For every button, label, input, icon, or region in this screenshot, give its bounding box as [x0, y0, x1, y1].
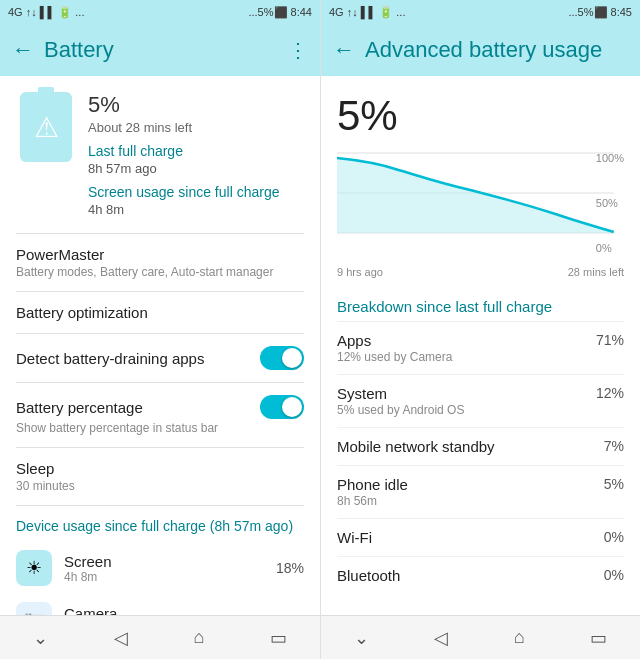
right-nav-bar: ⌄ ◁ ⌂ ▭ — [321, 615, 640, 659]
left-status-bar: 4G ↑↓ ▌▌ 🔋 ... ...5%⬛ 8:44 — [0, 0, 320, 24]
battery-small-icon: 🔋 — [58, 6, 72, 19]
screen-usage-sub: 4h 8m — [64, 570, 264, 584]
right-battery-status: ...5%⬛ 8:45 — [568, 6, 632, 19]
status-bar-right: ...5%⬛ 8:44 — [248, 6, 312, 19]
powermaster-item[interactable]: PowerMaster Battery modes, Battery care,… — [0, 234, 320, 291]
battery-icon: ⚠ — [20, 92, 72, 162]
breakdown-item-text: Phone idle 8h 56m — [337, 476, 408, 508]
last-charge-label: Last full charge — [88, 143, 279, 159]
chart-labels-bottom: 9 hrs ago 28 mins left — [337, 266, 624, 278]
detect-draining-row: Detect battery-draining apps — [16, 346, 304, 370]
device-usage-header: Device usage since full charge (8h 57m a… — [0, 506, 320, 542]
sleep-subtitle: 30 minutes — [16, 479, 304, 493]
chart-label-50: 50% — [596, 197, 624, 209]
right-nav-back-button[interactable]: ◁ — [426, 619, 456, 657]
battery-percentage-toggle[interactable] — [260, 395, 304, 419]
breakdown-item[interactable]: Phone idle 8h 56m 5% — [337, 465, 624, 518]
breakdown-item-label: Bluetooth — [337, 567, 400, 584]
breakdown-item-label: Apps — [337, 332, 452, 349]
detect-draining-toggle[interactable] — [260, 346, 304, 370]
breakdown-item-label: System — [337, 385, 464, 402]
battery-summary: ⚠ 5% About 28 mins left Last full charge… — [0, 76, 320, 233]
breakdown-item-text: Wi-Fi — [337, 529, 372, 546]
breakdown-item-label: Mobile network standby — [337, 438, 495, 455]
battery-percentage-item[interactable]: Battery percentage Show battery percenta… — [0, 383, 320, 447]
breakdown-item-text: Mobile network standby — [337, 438, 495, 455]
right-status-bar-left: 4G ↑↓ ▌▌ 🔋 ... — [329, 6, 405, 19]
left-header: ← Battery ⋮ — [0, 24, 320, 76]
chart-svg — [337, 148, 624, 238]
battery-chart: 100% 50% 0% — [337, 148, 624, 258]
breakdown-item[interactable]: System 5% used by Android OS 12% — [337, 374, 624, 427]
right-back-button[interactable]: ← — [333, 37, 355, 63]
battery-pct-status: ...5%⬛ 8:44 — [248, 6, 312, 19]
battery-exclamation-icon: ⚠ — [34, 111, 59, 144]
breakdown-item-sub: 8h 56m — [337, 494, 408, 508]
battery-optimization-title: Battery optimization — [16, 304, 304, 321]
status-bar-left-icons: 4G ↑↓ ▌▌ 🔋 ... — [8, 6, 84, 19]
right-nav-recent-button[interactable]: ▭ — [582, 619, 615, 657]
screen-usage-label: Screen usage since full charge — [88, 184, 279, 200]
big-percent: 5% — [337, 76, 624, 148]
breakdown-item-pct: 0% — [604, 567, 624, 583]
breakdown-item[interactable]: Apps 12% used by Camera 71% — [337, 321, 624, 374]
screen-usage-time: 4h 8m — [88, 202, 279, 217]
chart-labels-right: 100% 50% 0% — [596, 148, 624, 258]
left-panel: 4G ↑↓ ▌▌ 🔋 ... ...5%⬛ 8:44 ← Battery ⋮ ⚠… — [0, 0, 320, 659]
breakdown-item-text: System 5% used by Android OS — [337, 385, 464, 417]
screen-icon: ☀ — [16, 550, 52, 586]
detect-draining-item[interactable]: Detect battery-draining apps — [0, 334, 320, 382]
powermaster-subtitle: Battery modes, Battery care, Auto-start … — [16, 265, 304, 279]
breakdown-header: Breakdown since last full charge — [337, 290, 624, 321]
battery-optimization-item[interactable]: Battery optimization — [0, 292, 320, 333]
dots-icon: ... — [75, 6, 84, 18]
battery-percent: 5% — [88, 92, 279, 118]
breakdown-item[interactable]: Mobile network standby 7% — [337, 427, 624, 465]
battery-time-left: About 28 mins left — [88, 120, 279, 135]
breakdown-item-pct: 7% — [604, 438, 624, 454]
breakdown-item-pct: 0% — [604, 529, 624, 545]
right-nav-down-button[interactable]: ⌄ — [346, 619, 377, 657]
camera-usage-item[interactable]: 📷 Camera Screen usage 52m 12% — [0, 594, 320, 615]
nav-home-button[interactable]: ⌂ — [185, 619, 212, 656]
battery-percentage-row: Battery percentage — [16, 395, 304, 419]
signal-bars-icon: ▌▌ — [40, 6, 56, 18]
battery-nub — [38, 87, 54, 93]
right-nav-home-button[interactable]: ⌂ — [506, 619, 533, 656]
breakdown-item[interactable]: Wi-Fi 0% — [337, 518, 624, 556]
right-panel: 4G ↑↓ ▌▌ 🔋 ... ...5%⬛ 8:45 ← Advanced ba… — [320, 0, 640, 659]
right-battery-icon: 🔋 — [379, 6, 393, 19]
left-content: ⚠ 5% About 28 mins left Last full charge… — [0, 76, 320, 615]
left-nav-bar: ⌄ ◁ ⌂ ▭ — [0, 615, 320, 659]
screen-usage-pct: 18% — [276, 560, 304, 576]
back-button[interactable]: ← — [12, 37, 34, 63]
screen-usage-text: Screen 4h 8m — [64, 553, 264, 584]
wifi-icon: ↑↓ — [26, 6, 37, 18]
nav-back-button[interactable]: ◁ — [106, 619, 136, 657]
camera-usage-text: Camera Screen usage 52m — [64, 605, 264, 616]
screen-usage-item[interactable]: ☀ Screen 4h 8m 18% — [0, 542, 320, 594]
nav-down-button[interactable]: ⌄ — [25, 619, 56, 657]
battery-percentage-title: Battery percentage — [16, 399, 143, 416]
powermaster-title: PowerMaster — [16, 246, 304, 263]
chart-label-0: 0% — [596, 242, 624, 254]
chart-end-label: 28 mins left — [568, 266, 624, 278]
menu-button[interactable]: ⋮ — [288, 38, 308, 62]
camera-usage-name: Camera — [64, 605, 264, 616]
camera-icon: 📷 — [16, 602, 52, 615]
last-charge-time: 8h 57m ago — [88, 161, 279, 176]
breakdown-item[interactable]: Bluetooth 0% — [337, 556, 624, 594]
breakdown-list: Apps 12% used by Camera 71% System 5% us… — [337, 321, 624, 594]
breakdown-item-sub: 5% used by Android OS — [337, 403, 464, 417]
sleep-item[interactable]: Sleep 30 minutes — [0, 448, 320, 505]
right-signal-icon: 4G — [329, 6, 344, 18]
right-status-bar: 4G ↑↓ ▌▌ 🔋 ... ...5%⬛ 8:45 — [321, 0, 640, 24]
breakdown-item-sub: 12% used by Camera — [337, 350, 452, 364]
right-content: 5% 100% 50% 0% 9 hrs ago 28 mins left — [321, 76, 640, 615]
breakdown-item-text: Apps 12% used by Camera — [337, 332, 452, 364]
signal-icon: 4G — [8, 6, 23, 18]
right-wifi-icon: ↑↓ — [347, 6, 358, 18]
right-dots-icon: ... — [396, 6, 405, 18]
nav-recent-button[interactable]: ▭ — [262, 619, 295, 657]
breakdown-item-label: Phone idle — [337, 476, 408, 493]
